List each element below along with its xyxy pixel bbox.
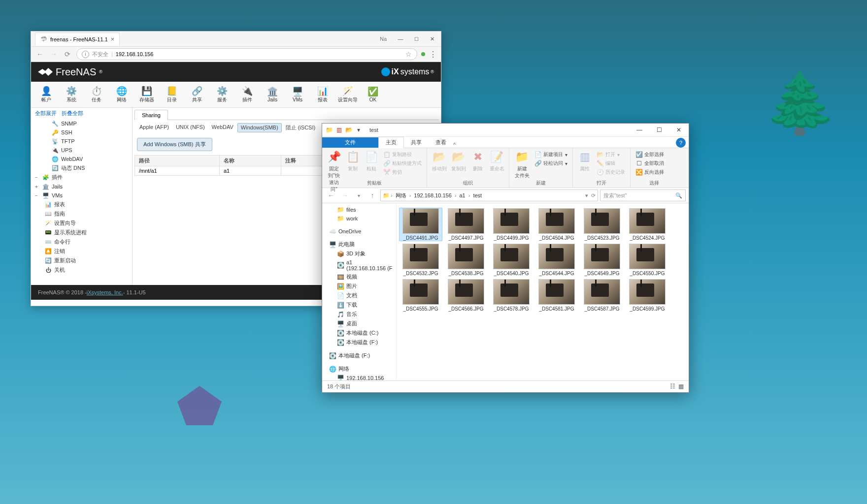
url-field[interactable]: i 不安全 | 192.168.10.156 ☆ bbox=[76, 48, 417, 60]
toolbar-帐户[interactable]: 👤帐户 bbox=[34, 84, 59, 105]
content-tab-sharing[interactable]: Sharing bbox=[134, 110, 168, 120]
file-item[interactable]: _DSC4549.JPG bbox=[581, 244, 623, 276]
copy-button[interactable]: 📋复制 bbox=[345, 150, 361, 172]
tree-插件[interactable]: −🧩插件 bbox=[31, 173, 132, 182]
file-item[interactable]: _DSC4544.JPG bbox=[535, 244, 578, 276]
open-button[interactable]: 📂打开 ▾ bbox=[596, 151, 626, 158]
tree-SSH[interactable]: 🔑SSH bbox=[31, 128, 132, 137]
file-item[interactable]: _DSC4538.JPG bbox=[445, 244, 487, 276]
file-item[interactable]: _DSC4497.JPG bbox=[445, 208, 487, 241]
subtab-4[interactable]: 阻止 (iSCSI) bbox=[283, 123, 319, 132]
move-to-button[interactable]: 📂移动到 bbox=[431, 150, 447, 172]
subtab-3[interactable]: Windows(SMB) bbox=[237, 123, 282, 132]
maximize-button[interactable]: ☐ bbox=[649, 124, 669, 136]
cut-button[interactable]: ✂️剪切 bbox=[382, 168, 423, 176]
toolbar-OK[interactable]: ✅OK bbox=[361, 84, 385, 105]
toolbar-任务[interactable]: ⏱️任务 bbox=[84, 84, 109, 105]
collapse-all-link[interactable]: 折叠全部 bbox=[62, 110, 83, 117]
chevron-down-icon[interactable]: ▾ bbox=[355, 126, 363, 134]
tree-关机[interactable]: ⏻关机 bbox=[31, 265, 132, 275]
tree-UPS[interactable]: 🔌UPS bbox=[31, 146, 132, 155]
tree-报表[interactable]: 📊报表 bbox=[31, 200, 132, 209]
tree-本地磁盘 (F:)[interactable]: 💽本地磁盘 (F:) bbox=[322, 338, 396, 347]
expand-all-link[interactable]: 全部展开 bbox=[35, 110, 57, 117]
info-icon[interactable]: i bbox=[82, 51, 89, 58]
tree-WebDAV[interactable]: 🌐WebDAV bbox=[31, 155, 132, 163]
easy-access-button[interactable]: 🔗轻松访问 ▾ bbox=[534, 159, 568, 167]
add-smb-button[interactable]: Add Windows (SMB) 共享 bbox=[137, 138, 212, 151]
large-icons-view-icon[interactable]: ▦ bbox=[678, 383, 684, 390]
toolbar-网络[interactable]: 🌐网络 bbox=[109, 84, 134, 105]
subtab-2[interactable]: WebDAV bbox=[209, 123, 236, 132]
delete-button[interactable]: ✖删除 bbox=[469, 150, 486, 172]
file-item[interactable]: _DSC4599.JPG bbox=[626, 279, 668, 312]
toolbar-插件[interactable]: 🔌插件 bbox=[235, 84, 260, 105]
file-item[interactable]: _DSC4540.JPG bbox=[490, 244, 533, 276]
close-button[interactable]: ✕ bbox=[669, 124, 689, 136]
toolbar-报表[interactable]: 📊报表 bbox=[310, 84, 335, 105]
file-item[interactable]: _DSC4532.JPG bbox=[400, 244, 442, 276]
file-item[interactable]: _DSC4587.JPG bbox=[581, 279, 623, 312]
tree-网络[interactable]: 🌐网络 bbox=[322, 364, 396, 374]
toolbar-存储器[interactable]: 💾存储器 bbox=[134, 84, 159, 105]
paste-button[interactable]: 📄粘贴 bbox=[364, 150, 379, 172]
tree-SNMP[interactable]: 🔧SNMP bbox=[31, 119, 132, 128]
tab-file[interactable]: 文件 bbox=[322, 137, 378, 148]
toolbar-共享[interactable]: 🔗共享 bbox=[185, 84, 209, 105]
tree-本地磁盘 (F:)[interactable]: 💽本地磁盘 (F:) bbox=[322, 351, 396, 360]
chevron-down-icon[interactable]: ▾ bbox=[585, 192, 588, 199]
tree-Jails[interactable]: +🏛️Jails bbox=[31, 182, 132, 191]
menu-icon[interactable]: ⋮ bbox=[429, 50, 437, 59]
details-view-icon[interactable]: ☷ bbox=[670, 383, 675, 390]
copy-path-button[interactable]: 📋复制路径 bbox=[382, 151, 423, 158]
toolbar-服务[interactable]: ⚙️服务 bbox=[210, 84, 234, 105]
tree-本地磁盘 (C:)[interactable]: 💽本地磁盘 (C:) bbox=[322, 328, 396, 338]
reload-button[interactable]: ⟳ bbox=[63, 49, 72, 59]
tree-桌面[interactable]: 🖥️桌面 bbox=[322, 319, 396, 328]
toolbar-系统[interactable]: ⚙️系统 bbox=[59, 84, 84, 105]
search-input[interactable]: 搜索"test" 🔍 bbox=[600, 189, 686, 201]
help-icon[interactable]: ? bbox=[676, 138, 686, 148]
toolbar-目录[interactable]: 📒目录 bbox=[160, 84, 184, 105]
tree-重新启动[interactable]: 🔄重新启动 bbox=[31, 256, 132, 265]
invert-selection-button[interactable]: 🔀反向选择 bbox=[634, 168, 665, 176]
tree-图片[interactable]: 🖼️图片 bbox=[322, 282, 396, 291]
select-all-button[interactable]: ☑️全部选择 bbox=[634, 151, 665, 158]
tab-view[interactable]: 查看 bbox=[429, 137, 453, 148]
file-item[interactable]: _DSC4499.JPG bbox=[490, 208, 533, 241]
tab-home[interactable]: 主页 bbox=[378, 137, 404, 148]
close-button[interactable]: ✕ bbox=[425, 33, 439, 44]
close-icon[interactable]: × bbox=[111, 35, 115, 43]
select-none-button[interactable]: ☐全部取消 bbox=[634, 159, 665, 167]
tree-files[interactable]: 📁files bbox=[322, 205, 396, 214]
properties-button[interactable]: ▥属性 bbox=[577, 150, 593, 172]
file-item[interactable]: _DSC4550.JPG bbox=[626, 244, 668, 276]
new-item-button[interactable]: 📄新建项目 ▾ bbox=[534, 151, 568, 158]
tree-VMs[interactable]: −🖥️VMs bbox=[31, 191, 132, 200]
tree-3D 对象[interactable]: 📦3D 对象 bbox=[322, 249, 396, 258]
minimize-button[interactable]: — bbox=[394, 33, 407, 44]
rename-button[interactable]: 📝重命名 bbox=[489, 150, 505, 172]
refresh-icon[interactable]: ⟳ bbox=[589, 192, 596, 199]
subtab-1[interactable]: UNIX (NFS) bbox=[173, 123, 208, 132]
tree-音乐[interactable]: 🎵音乐 bbox=[322, 310, 396, 319]
forward-button[interactable]: → bbox=[49, 49, 59, 59]
forward-button[interactable]: → bbox=[339, 189, 351, 201]
file-item[interactable]: _DSC4504.JPG bbox=[535, 208, 578, 241]
toolbar-VMs[interactable]: 🖥️VMs bbox=[285, 84, 310, 105]
back-button[interactable]: ← bbox=[35, 49, 45, 59]
tree-显示系统进程[interactable]: 📟显示系统进程 bbox=[31, 228, 132, 237]
maximize-button[interactable]: ☐ bbox=[409, 33, 423, 44]
tab-share[interactable]: 共享 bbox=[404, 137, 429, 148]
file-item[interactable]: _DSC4491.JPG bbox=[400, 208, 442, 241]
tree-设置向导[interactable]: 🪄设置向导 bbox=[31, 219, 132, 228]
tree-动态 DNS[interactable]: 🔄动态 DNS bbox=[31, 163, 132, 173]
tree-视频[interactable]: 🎞️视频 bbox=[322, 272, 396, 282]
new-folder-button[interactable]: 📁新建 文件夹 bbox=[513, 150, 531, 179]
file-item[interactable]: _DSC4581.JPG bbox=[535, 279, 578, 312]
toolbar-Jails[interactable]: 🏛️Jails bbox=[260, 84, 285, 105]
file-item[interactable]: _DSC4555.JPG bbox=[400, 279, 442, 312]
tree-TFTP[interactable]: 📡TFTP bbox=[31, 137, 132, 146]
history-button[interactable]: 🕘历史记录 bbox=[596, 168, 626, 176]
qat-properties-icon[interactable]: ▥ bbox=[335, 126, 343, 134]
